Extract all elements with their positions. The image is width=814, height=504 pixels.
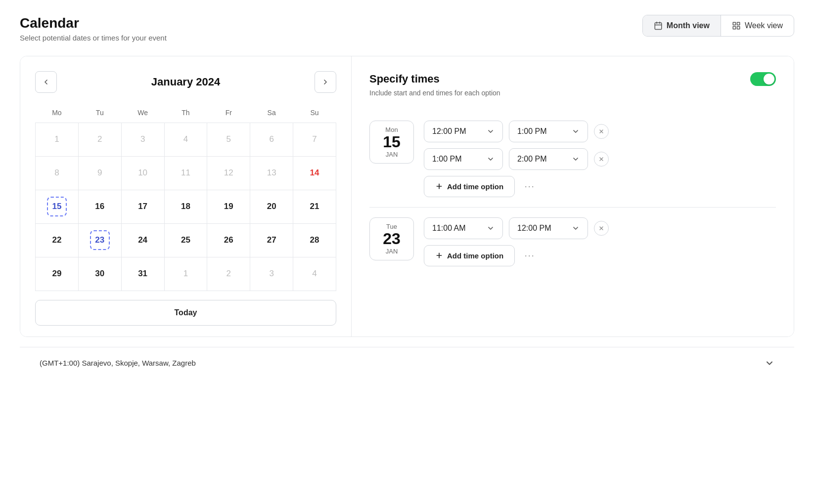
add-time-row-0: Add time option ··· <box>424 176 776 197</box>
date-badge-mon: JAN <box>376 151 407 158</box>
remove-time-button-1-0[interactable] <box>594 221 609 236</box>
calendar-day[interactable]: 22 <box>36 223 79 257</box>
time-row-0-0: 12:00 PM 1:00 PM <box>424 121 776 142</box>
week-view-button[interactable]: Week view <box>721 15 794 36</box>
calendar-day[interactable]: 13 <box>250 156 293 190</box>
end-time-select-0-1[interactable]: 2:00 PM <box>509 148 588 170</box>
chevron-down-icon <box>572 127 580 135</box>
calendar-day[interactable]: 30 <box>78 257 121 291</box>
calendar-day[interactable]: 6 <box>250 123 293 156</box>
start-time-select-1-0[interactable]: 11:00 AM <box>424 217 503 239</box>
calendar-day[interactable]: 17 <box>121 190 164 223</box>
today-button[interactable]: Today <box>35 300 336 326</box>
weekday-header-cell: We <box>121 105 164 123</box>
calendar-day[interactable]: 9 <box>78 156 121 190</box>
calendar-day[interactable]: 31 <box>121 257 164 291</box>
calendar-day[interactable]: 3 <box>121 123 164 156</box>
svg-rect-7 <box>737 27 739 29</box>
timezone-label: (GMT+1:00) Sarajevo, Skopje, Warsaw, Zag… <box>40 359 196 367</box>
chevron-down-icon <box>487 127 495 135</box>
specify-header: Specify times <box>369 72 776 86</box>
calendar-day[interactable]: 20 <box>250 190 293 223</box>
times-side: Specify times Include start and end time… <box>352 56 794 336</box>
specify-subtitle: Include start and end times for each opt… <box>369 89 776 97</box>
calendar-day[interactable]: 7 <box>293 123 336 156</box>
calendar-month-title: January 2024 <box>151 76 220 88</box>
month-view-button[interactable]: Month view <box>643 15 721 36</box>
add-time-option-button-0[interactable]: Add time option <box>424 176 515 197</box>
end-time-select-1-0[interactable]: 12:00 PM <box>509 217 588 239</box>
calendar-day[interactable]: 3 <box>250 257 293 291</box>
add-time-row-1: Add time option ··· <box>424 245 776 266</box>
next-month-button[interactable] <box>315 71 336 93</box>
more-options-button-0[interactable]: ··· <box>521 177 539 195</box>
calendar-day[interactable]: 5 <box>207 123 250 156</box>
date-badge-mon: JAN <box>376 248 407 255</box>
view-toggle: Month view Week view <box>642 15 794 37</box>
svg-rect-5 <box>737 22 739 25</box>
weekday-header-cell: Mo <box>36 105 79 123</box>
add-time-option-button-1[interactable]: Add time option <box>424 245 515 266</box>
calendar-day[interactable]: 19 <box>207 190 250 223</box>
calendar-day[interactable]: 26 <box>207 223 250 257</box>
month-view-label: Month view <box>667 21 710 30</box>
calendar-grid: MoTuWeThFrSaSu 1234567891011121314151617… <box>35 105 336 291</box>
calendar-day[interactable]: 4 <box>164 123 207 156</box>
remove-time-button-0-1[interactable] <box>594 152 609 167</box>
weekday-header-cell: Su <box>293 105 336 123</box>
weekday-header-cell: Th <box>164 105 207 123</box>
page-subtitle: Select potential dates or times for your… <box>20 34 167 42</box>
week-view-label: Week view <box>745 21 783 30</box>
end-time-select-0-0[interactable]: 1:00 PM <box>509 121 588 142</box>
calendar-day[interactable]: 28 <box>293 223 336 257</box>
page-title: Calendar <box>20 15 167 32</box>
calendar-day[interactable]: 11 <box>164 156 207 190</box>
calendar-day[interactable]: 8 <box>36 156 79 190</box>
calendar-day[interactable]: 23 <box>78 223 121 257</box>
calendar-day[interactable]: 2 <box>78 123 121 156</box>
weekday-header-cell: Sa <box>250 105 293 123</box>
main-content: January 2024 MoTuWeThFrSaSu 123456789101… <box>20 56 794 337</box>
calendar-day[interactable]: 12 <box>207 156 250 190</box>
close-icon <box>598 225 604 231</box>
prev-month-button[interactable] <box>35 71 57 93</box>
chevron-down-icon <box>487 155 495 163</box>
calendar-day[interactable]: 4 <box>293 257 336 291</box>
grid-icon <box>732 21 741 30</box>
plus-icon <box>435 182 443 190</box>
chevron-left-icon <box>42 78 50 86</box>
plus-icon <box>435 252 443 259</box>
specify-title: Specify times <box>369 73 440 85</box>
calendar-day[interactable]: 18 <box>164 190 207 223</box>
date-badge-dow: Mon <box>376 126 407 133</box>
specify-times-toggle[interactable] <box>750 72 776 86</box>
calendar-day[interactable]: 10 <box>121 156 164 190</box>
calendar-icon <box>654 21 663 30</box>
chevron-down-icon <box>765 358 774 368</box>
calendar-day[interactable]: 24 <box>121 223 164 257</box>
calendar-day[interactable]: 16 <box>78 190 121 223</box>
calendar-day[interactable]: 1 <box>36 123 79 156</box>
time-row-0-1: 1:00 PM 2:00 PM <box>424 148 776 170</box>
calendar-day[interactable]: 1 <box>164 257 207 291</box>
svg-rect-0 <box>655 23 662 30</box>
calendar-day[interactable]: 2 <box>207 257 250 291</box>
remove-time-button-0-0[interactable] <box>594 124 609 139</box>
time-options-1: 11:00 AM 12:00 PM Add time option ··· <box>424 217 776 266</box>
start-time-select-0-1[interactable]: 1:00 PM <box>424 148 503 170</box>
weekday-header-cell: Tu <box>78 105 121 123</box>
calendar-day[interactable]: 21 <box>293 190 336 223</box>
svg-rect-4 <box>733 22 735 25</box>
calendar-day[interactable]: 27 <box>250 223 293 257</box>
calendar-day[interactable]: 29 <box>36 257 79 291</box>
timezone-bar[interactable]: (GMT+1:00) Sarajevo, Skopje, Warsaw, Zag… <box>20 347 794 379</box>
calendar-day[interactable]: 14 <box>293 156 336 190</box>
calendar-day[interactable]: 25 <box>164 223 207 257</box>
start-time-select-0-0[interactable]: 12:00 PM <box>424 121 503 142</box>
close-icon <box>598 128 604 134</box>
chevron-down-icon <box>487 224 495 232</box>
date-badge-num: 15 <box>376 133 407 151</box>
calendar-day[interactable]: 15 <box>36 190 79 223</box>
close-icon <box>598 156 604 162</box>
more-options-button-1[interactable]: ··· <box>521 247 539 264</box>
